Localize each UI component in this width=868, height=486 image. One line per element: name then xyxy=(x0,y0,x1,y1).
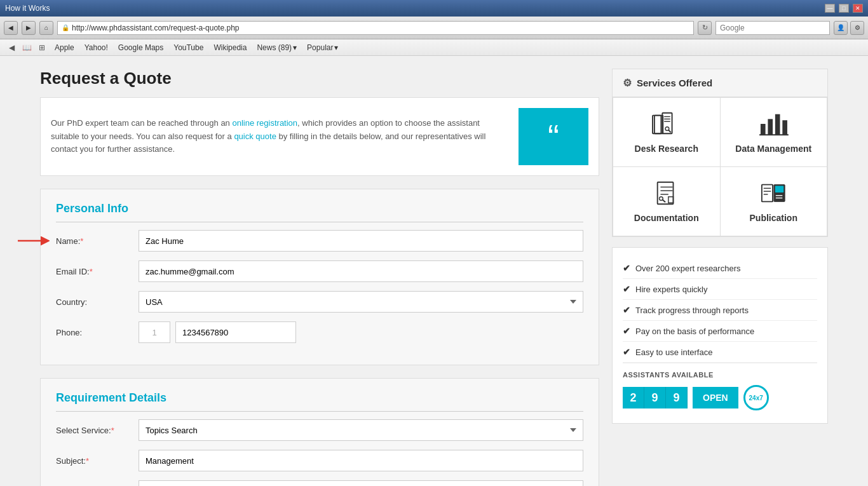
bookmark-popular[interactable]: Popular ▾ xyxy=(303,42,342,53)
country-label: Country: xyxy=(56,297,139,307)
bookmark-yahoo[interactable]: Yahoo! xyxy=(81,42,112,53)
online-registration-link[interactable]: online registration xyxy=(232,118,297,128)
bookmark-googlemaps[interactable]: Google Maps xyxy=(114,42,167,53)
check-icon-3: ✔ xyxy=(623,326,630,336)
count-box-2: 9 xyxy=(666,387,688,408)
email-label: Email ID:* xyxy=(56,267,139,276)
home-button[interactable]: ⌂ xyxy=(39,21,53,35)
minimize-button[interactable]: — xyxy=(825,4,835,13)
count-box-0: 2 xyxy=(623,387,644,408)
bookmarks-bar: ◀ 📖 ⊞ Apple Yahoo! Google Maps YouTube W… xyxy=(0,39,868,56)
subject-label: Subject:* xyxy=(56,456,139,466)
name-label: Name:* xyxy=(56,236,139,246)
svg-point-18 xyxy=(659,197,663,201)
back-bm-icon[interactable]: ◀ xyxy=(5,41,18,54)
svg-line-8 xyxy=(668,130,671,133)
close-button[interactable]: ✕ xyxy=(853,4,863,13)
services-header-label: Services Offered xyxy=(637,78,712,88)
deadline-row: Expected Deadline:* xyxy=(56,480,583,486)
chart-icon xyxy=(758,111,789,137)
service-desk-research[interactable]: Desk Research xyxy=(613,98,720,166)
publication-icon xyxy=(758,180,789,206)
refresh-button[interactable]: ↻ xyxy=(698,21,712,35)
page-wrapper: Request a Quote Our PhD expert team can … xyxy=(0,56,868,486)
search-input[interactable] xyxy=(715,21,830,35)
window-controls: — □ ✕ xyxy=(825,4,863,13)
settings-button[interactable]: ⚙ xyxy=(850,21,864,35)
bookmark-wikipedia[interactable]: Wikipedia xyxy=(210,42,250,53)
back-button[interactable]: ◀ xyxy=(4,21,18,35)
phone-inputs xyxy=(139,321,296,343)
clock-badge: 24x7 xyxy=(743,385,769,410)
bookmark-apple[interactable]: Apple xyxy=(51,42,78,53)
lock-icon: 🔒 xyxy=(62,24,69,31)
profile-button[interactable]: 👤 xyxy=(834,21,848,35)
browser-toolbar: ◀ ▶ ⌂ 🔒 http://www.phdassistant.com/requ… xyxy=(0,17,868,39)
benefit-text-3: Pay on the basis of performance xyxy=(635,327,754,336)
red-arrow xyxy=(18,234,50,247)
assistants-label: ASSISTANTS AVAILABLE xyxy=(623,371,817,379)
svg-rect-9 xyxy=(761,124,766,135)
phone-row: Phone: xyxy=(56,321,583,343)
reader-icon[interactable]: 📖 xyxy=(20,41,33,54)
service-data-management[interactable]: Data Management xyxy=(721,98,827,166)
benefit-text-2: Track progress through reports xyxy=(635,306,749,315)
benefit-4: ✔ Easy to use interface xyxy=(623,342,817,363)
email-input[interactable] xyxy=(139,260,583,282)
page-title: Request a Quote xyxy=(40,69,599,88)
services-header: ⚙ Services Offered xyxy=(613,69,827,97)
service-select[interactable]: Topics Search Desk Research Data Managem… xyxy=(139,419,583,441)
personal-info-section: Personal Info Name:* Email ID:* xyxy=(40,189,599,365)
assistants-section: ASSISTANTS AVAILABLE 2 9 9 OPEN 24x7 xyxy=(623,363,817,413)
benefit-3: ✔ Pay on the basis of performance xyxy=(623,321,817,342)
svg-rect-21 xyxy=(762,185,773,202)
benefit-text-0: Over 200 expert researchers xyxy=(635,264,740,273)
grid-icon[interactable]: ⊞ xyxy=(36,41,48,54)
open-button[interactable]: OPEN xyxy=(693,387,738,408)
svg-rect-11 xyxy=(775,114,780,135)
benefit-text-4: Easy to use interface xyxy=(635,348,712,357)
document-icon xyxy=(651,180,682,206)
browser-titlebar: How it Works — □ ✕ xyxy=(0,0,868,17)
intro-text: Our PhD expert team can be reached throu… xyxy=(51,117,508,156)
forward-button[interactable]: ▶ xyxy=(22,21,36,35)
desk-research-label: Desk Research xyxy=(635,144,698,154)
quick-quote-link[interactable]: quick quote xyxy=(234,132,276,141)
address-bar[interactable]: 🔒 http://www.phdassistant.com/request-a-… xyxy=(57,21,694,35)
subject-input[interactable] xyxy=(139,450,583,471)
svg-rect-10 xyxy=(768,119,773,135)
check-icon-4: ✔ xyxy=(623,347,630,357)
email-row: Email ID:* xyxy=(56,260,583,282)
requirement-details-section: Requirement Details Select Service:* Top… xyxy=(40,378,599,486)
service-label: Select Service:* xyxy=(56,426,139,435)
check-icon-2: ✔ xyxy=(623,305,630,315)
url-text: http://www.phdassistant.com/request-a-qu… xyxy=(72,24,239,32)
benefit-2: ✔ Track progress through reports xyxy=(623,300,817,321)
bookmark-news[interactable]: News (89) ▾ xyxy=(253,42,301,53)
country-select[interactable]: USA UK Canada Australia India xyxy=(139,291,583,313)
name-input[interactable] xyxy=(139,230,583,252)
service-publication[interactable]: Publication xyxy=(721,167,827,236)
browser-title: How it Works xyxy=(5,4,50,13)
sidebar: ⚙ Services Offered xyxy=(612,69,828,486)
personal-info-title: Personal Info xyxy=(56,202,583,222)
svg-line-19 xyxy=(663,200,665,203)
benefits-box: ✔ Over 200 expert researchers ✔ Hire exp… xyxy=(612,247,828,424)
deadline-input[interactable] xyxy=(139,480,583,486)
documentation-label: Documentation xyxy=(634,213,699,223)
check-icon-0: ✔ xyxy=(623,263,630,273)
service-documentation[interactable]: Documentation xyxy=(613,167,720,236)
toolbar-right: 👤 ⚙ xyxy=(834,21,864,35)
maximize-button[interactable]: □ xyxy=(839,4,849,13)
svg-rect-14 xyxy=(657,182,673,204)
phone-code-input[interactable] xyxy=(139,321,170,343)
assistants-bottom: 2 9 9 OPEN 24x7 xyxy=(623,385,817,410)
content-area: Request a Quote Our PhD expert team can … xyxy=(27,56,841,486)
phone-number-input[interactable] xyxy=(175,321,296,343)
bookmark-youtube[interactable]: YouTube xyxy=(170,42,207,53)
service-row: Select Service:* Topics Search Desk Rese… xyxy=(56,419,583,441)
data-management-label: Data Management xyxy=(735,144,811,154)
subject-row: Subject:* xyxy=(56,450,583,471)
country-row: Country: USA UK Canada Australia India xyxy=(56,291,583,313)
benefit-1: ✔ Hire experts quickly xyxy=(623,279,817,300)
